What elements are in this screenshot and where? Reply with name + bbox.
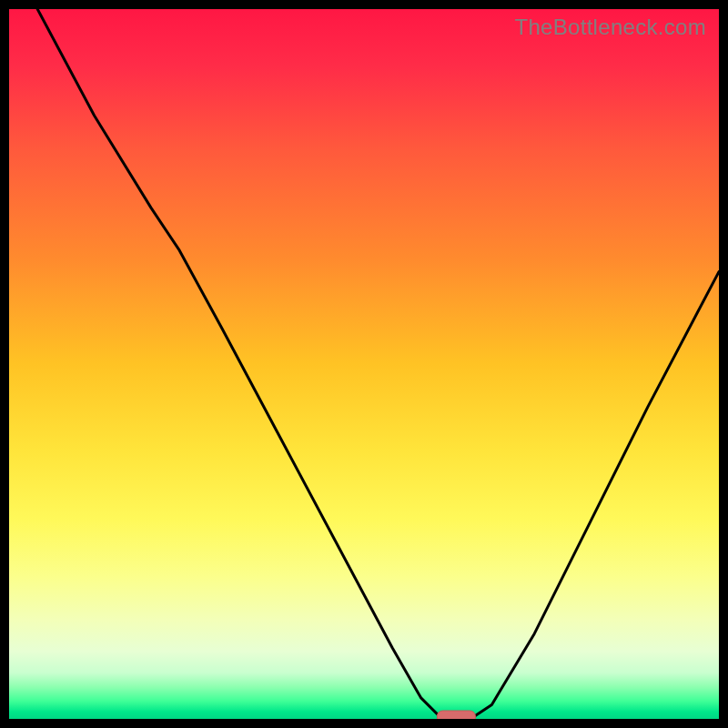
watermark-text: TheBottleneck.com	[514, 15, 706, 40]
bottleneck-chart	[9, 9, 719, 719]
chart-frame: TheBottleneck.com	[9, 9, 719, 719]
chart-background-gradient	[9, 9, 719, 719]
optimal-point-marker	[437, 711, 475, 719]
